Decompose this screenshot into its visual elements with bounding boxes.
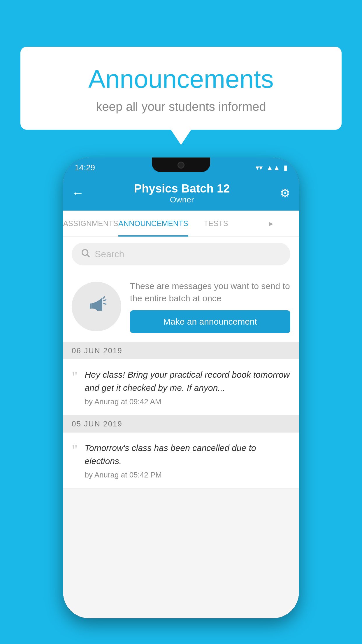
date-separator-1: 06 JUN 2019: [63, 342, 299, 359]
settings-icon[interactable]: ⚙: [280, 186, 290, 200]
search-box[interactable]: Search: [72, 243, 290, 265]
search-container: Search: [63, 237, 299, 271]
announcement-cta-right: These are messages you want to send to t…: [130, 280, 290, 333]
back-button[interactable]: ←: [72, 186, 84, 200]
speech-bubble: Announcements keep all your students inf…: [20, 47, 342, 130]
quote-icon-1: ": [72, 370, 78, 406]
tab-assignments[interactable]: ASSIGNMENTS: [63, 211, 118, 237]
announcement-cta: These are messages you want to send to t…: [63, 271, 299, 342]
phone-screen: 14:29 ▾▾ ▲▲ ▮ ← Physics Batch 12 Owner ⚙…: [63, 158, 299, 618]
svg-line-4: [104, 304, 106, 304]
announcement-cta-description: These are messages you want to send to t…: [130, 280, 290, 304]
announcement-meta-2: by Anurag at 05:42 PM: [85, 470, 290, 480]
speech-bubble-container: Announcements keep all your students inf…: [20, 47, 342, 130]
signal-icon: ▲▲: [266, 164, 280, 172]
announcement-content-1: Hey class! Bring your practical record b…: [85, 368, 290, 406]
speech-bubble-title: Announcements: [32, 64, 330, 94]
date-separator-2: 05 JUN 2019: [63, 415, 299, 433]
wifi-icon: ▾▾: [256, 164, 263, 172]
phone-notch: [152, 158, 210, 172]
announcement-text-1: Hey class! Bring your practical record b…: [85, 368, 290, 394]
speech-bubble-subtitle: keep all your students informed: [32, 100, 330, 114]
svg-point-0: [82, 250, 88, 256]
camera-notch: [178, 162, 184, 169]
svg-line-3: [104, 300, 106, 301]
search-placeholder: Search: [95, 249, 124, 260]
tab-more[interactable]: ▸: [244, 211, 299, 237]
tabs-bar: ASSIGNMENTS ANNOUNCEMENTS TESTS ▸: [63, 211, 299, 237]
megaphone-icon: [85, 293, 108, 321]
announcement-item-1[interactable]: " Hey class! Bring your practical record…: [63, 359, 299, 415]
announcement-text-2: Tomorrow's class has been cancelled due …: [85, 441, 290, 468]
tab-tests[interactable]: TESTS: [188, 211, 244, 237]
announcement-meta-1: by Anurag at 09:42 AM: [85, 397, 290, 406]
phone-frame: 14:29 ▾▾ ▲▲ ▮ ← Physics Batch 12 Owner ⚙…: [63, 158, 299, 618]
make-announcement-button[interactable]: Make an announcement: [130, 310, 290, 333]
status-time: 14:29: [75, 163, 95, 172]
header-title-area: Physics Batch 12 Owner: [84, 182, 280, 204]
app-header: ← Physics Batch 12 Owner ⚙: [63, 176, 299, 211]
svg-line-1: [87, 255, 89, 257]
search-icon: [80, 248, 90, 260]
quote-icon-2: ": [72, 443, 78, 480]
status-icons: ▾▾ ▲▲ ▮: [256, 164, 287, 172]
tab-announcements[interactable]: ANNOUNCEMENTS: [118, 211, 188, 237]
battery-icon: ▮: [284, 164, 287, 172]
announcement-item-2[interactable]: " Tomorrow's class has been cancelled du…: [63, 433, 299, 489]
announcement-icon-circle: [72, 282, 121, 331]
batch-title: Physics Batch 12: [84, 182, 280, 195]
announcement-content-2: Tomorrow's class has been cancelled due …: [85, 441, 290, 480]
batch-role: Owner: [84, 195, 280, 204]
svg-line-2: [103, 297, 105, 298]
